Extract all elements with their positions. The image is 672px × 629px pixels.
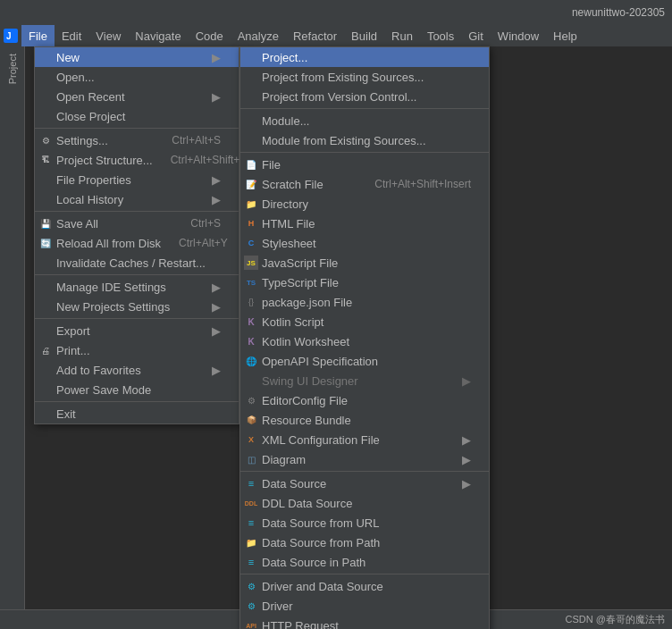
submenu-arrow-fav: ▶ [212, 364, 221, 377]
submenu-arrow-diagram: ▶ [462, 453, 471, 466]
css-icon: C [244, 236, 258, 250]
menu-window[interactable]: Window [491, 25, 546, 46]
new-directory[interactable]: 📁 Directory [240, 194, 489, 214]
submenu-arrow-newproj: ▶ [212, 300, 221, 314]
submenu-arrow-ds: ▶ [462, 477, 471, 491]
resource-bundle-icon: 📦 [244, 413, 258, 427]
menu-code[interactable]: Code [189, 25, 231, 46]
save-icon: 💾 [38, 216, 53, 231]
menu-edit[interactable]: Edit [55, 25, 88, 46]
new-xml-config[interactable]: X XML Configuration File ▶ [240, 430, 489, 449]
menu-git[interactable]: Git [461, 25, 491, 46]
project-structure-icon: 🏗 [38, 153, 53, 167]
submenu-arrow-export: ▶ [212, 324, 221, 338]
new-driver[interactable]: ⚙ Driver [240, 596, 489, 616]
menu-item-power-save[interactable]: Power Save Mode [35, 380, 239, 399]
menu-item-file-properties[interactable]: File Properties ▶ [35, 170, 239, 189]
new-diagram[interactable]: ◫ Diagram ▶ [240, 449, 489, 469]
menu-item-open-recent[interactable]: Open Recent ▶ [35, 87, 239, 106]
menu-item-manage-ide[interactable]: Manage IDE Settings ▶ [35, 277, 239, 297]
menu-item-new[interactable]: New ▶ [35, 47, 239, 67]
menu-navigate[interactable]: Navigate [128, 25, 188, 46]
sidebar: Project [0, 46, 25, 629]
separator-5 [35, 401, 239, 402]
menu-refactor[interactable]: Refactor [286, 25, 344, 46]
new-packagejson[interactable]: {} package.json File [240, 292, 489, 312]
new-driver-data-source[interactable]: ⚙ Driver and Data Source [240, 576, 489, 596]
new-data-source-path[interactable]: 📁 Data Source from Path [240, 533, 489, 552]
scratch-icon: 📝 [244, 177, 258, 191]
new-kotlin-script[interactable]: K Kotlin Script [240, 312, 489, 331]
menu-item-close-project[interactable]: Close Project [35, 106, 239, 126]
print-icon: 🖨 [38, 343, 53, 357]
menu-help[interactable]: Help [546, 25, 584, 46]
menu-item-new-projects[interactable]: New Projects Settings ▶ [35, 297, 239, 316]
sidebar-project-tab[interactable]: Project [4, 46, 21, 91]
new-resource-bundle[interactable]: 📦 Resource Bundle [240, 410, 489, 430]
js-icon: JS [244, 256, 258, 270]
menu-item-open[interactable]: Open... [35, 67, 239, 87]
new-project[interactable]: Project... [240, 47, 489, 67]
separator-4 [35, 318, 239, 319]
new-sep2 [240, 152, 489, 153]
driver-icon: ⚙ [244, 599, 258, 613]
data-source-icon: ≡ [244, 476, 258, 491]
menu-build[interactable]: Build [344, 25, 384, 46]
menu-item-settings[interactable]: ⚙ Settings... Ctrl+Alt+S [35, 130, 239, 150]
new-submenu: Project... Project from Existing Sources… [239, 46, 490, 629]
menu-item-print[interactable]: 🖨 Print... [35, 340, 239, 360]
menu-run[interactable]: Run [384, 25, 420, 46]
new-project-existing[interactable]: Project from Existing Sources... [240, 67, 489, 87]
new-http-request[interactable]: API HTTP Request [240, 616, 489, 629]
submenu-arrow-history: ▶ [212, 193, 221, 206]
submenu-arrow-ide: ▶ [212, 281, 221, 294]
driver-ds-icon: ⚙ [244, 579, 258, 593]
menu-tools[interactable]: Tools [420, 25, 461, 46]
menu-item-invalidate[interactable]: Invalidate Caches / Restart... [35, 253, 239, 273]
new-html[interactable]: H HTML File [240, 214, 489, 233]
packagejson-icon: {} [244, 295, 258, 309]
separator-2 [35, 211, 239, 212]
new-ddl-data-source[interactable]: DDL DDL Data Source [240, 493, 489, 513]
submenu-arrow-props: ▶ [212, 173, 221, 187]
new-data-source[interactable]: ≡ Data Source ▶ [240, 474, 489, 493]
editorconfig-icon: ⚙ [244, 393, 258, 407]
ddl-icon: DDL [244, 496, 258, 510]
new-data-source-in-path[interactable]: ≡ Data Source in Path [240, 552, 489, 572]
menu-file[interactable]: File [21, 25, 55, 46]
menu-item-export[interactable]: Export ▶ [35, 321, 239, 340]
file-menu: New ▶ Open... Open Recent ▶ Close Projec… [34, 46, 239, 424]
menu-bar: J File Edit View Navigate Code Analyze R… [0, 25, 672, 46]
new-module-existing[interactable]: Module from Existing Sources... [240, 130, 489, 150]
ds-path-icon: 📁 [244, 535, 258, 549]
new-typescript[interactable]: TS TypeScript File [240, 273, 489, 292]
menu-item-local-history[interactable]: Local History ▶ [35, 189, 239, 209]
new-openapi[interactable]: 🌐 OpenAPI Specification [240, 351, 489, 371]
menu-item-reload[interactable]: 🔄 Reload All from Disk Ctrl+Alt+Y [35, 233, 239, 253]
new-project-vcs[interactable]: Project from Version Control... [240, 87, 489, 106]
ide-icon: J [4, 29, 18, 43]
new-file[interactable]: 📄 File [240, 155, 489, 174]
menu-item-add-favorites[interactable]: Add to Favorites ▶ [35, 360, 239, 380]
svg-text:J: J [6, 31, 12, 41]
menu-item-save-all[interactable]: 💾 Save All Ctrl+S [35, 214, 239, 233]
new-sep3 [240, 471, 489, 472]
new-module[interactable]: Module... [240, 111, 489, 130]
menu-item-project-structure[interactable]: 🏗 Project Structure... Ctrl+Alt+Shift+S [35, 150, 239, 170]
ts-icon: TS [244, 275, 258, 289]
ds-in-path-icon: ≡ [244, 555, 258, 569]
new-javascript[interactable]: JS JavaScript File [240, 253, 489, 273]
new-scratch[interactable]: 📝 Scratch File Ctrl+Alt+Shift+Insert [240, 174, 489, 194]
settings-icon: ⚙ [38, 133, 53, 147]
title-text: newunittwo-202305 [572, 6, 665, 19]
http-icon: API [244, 618, 258, 629]
menu-view[interactable]: View [88, 25, 128, 46]
menu-item-exit[interactable]: Exit [35, 404, 239, 424]
ds-url-icon: ≡ [244, 516, 258, 530]
new-editorconfig[interactable]: ⚙ EditorConfig File [240, 390, 489, 410]
new-stylesheet[interactable]: C Stylesheet [240, 233, 489, 253]
separator-3 [35, 274, 239, 275]
new-kotlin-worksheet[interactable]: K Kotlin Worksheet [240, 331, 489, 351]
new-data-source-url[interactable]: ≡ Data Source from URL [240, 513, 489, 533]
menu-analyze[interactable]: Analyze [231, 25, 286, 46]
